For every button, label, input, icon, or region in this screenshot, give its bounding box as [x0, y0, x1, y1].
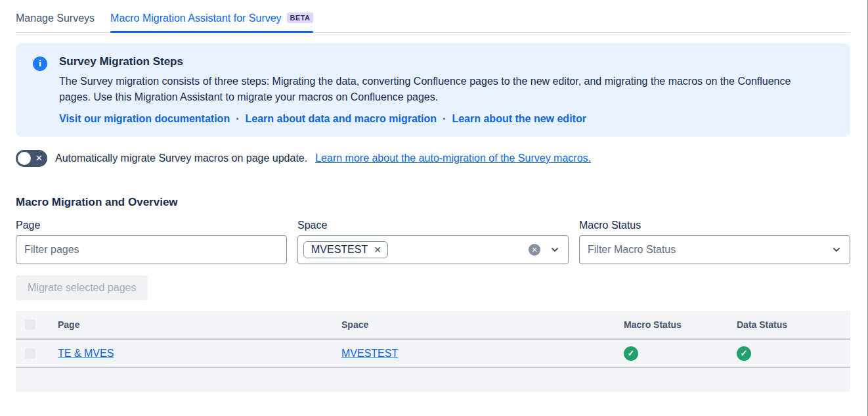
link-new-editor[interactable]: Learn about the new editor	[452, 113, 586, 124]
link-data-macro-migration[interactable]: Learn about data and macro migration	[246, 113, 437, 124]
filter-row: Page Space MVESTEST ✕ ✕ Macro Status Fil…	[16, 220, 850, 264]
space-chip: MVESTEST ✕	[303, 241, 388, 258]
beta-badge: BETA	[287, 12, 314, 23]
space-filter-select[interactable]: MVESTEST ✕ ✕	[297, 235, 569, 264]
space-chip-label: MVESTEST	[311, 244, 368, 256]
macro-status-success-icon: ✓	[624, 346, 638, 361]
row-space-cell: MVESTEST	[341, 348, 624, 359]
info-panel: i Survey Migration Steps The Survey migr…	[16, 43, 850, 137]
tab-manage-surveys-label: Manage Surveys	[16, 12, 95, 24]
row-checkbox[interactable]	[25, 348, 35, 359]
tab-macro-migration-label: Macro Migration Assistant for Survey	[110, 12, 282, 24]
info-links: Visit our migration documentation·Learn …	[59, 113, 814, 125]
page-filter-label: Page	[16, 220, 287, 231]
info-icon: i	[33, 57, 47, 71]
page-filter-input[interactable]	[16, 235, 287, 264]
header-space: Space	[341, 319, 624, 330]
tab-bar: Manage Surveys Macro Migration Assistant…	[16, 0, 850, 33]
row-data-status-cell: ✓	[737, 346, 850, 361]
row-checkbox-cell	[16, 348, 58, 359]
table-row: TE & MVES MVESTEST ✓ ✓	[16, 340, 850, 368]
migrate-selected-pages-button[interactable]: Migrate selected pages	[16, 275, 148, 300]
row-page-cell: TE & MVES	[58, 348, 341, 359]
tab-macro-migration-assistant[interactable]: Macro Migration Assistant for SurveyBETA	[110, 12, 313, 32]
header-checkbox-cell	[16, 319, 58, 330]
space-link[interactable]: MVESTEST	[341, 348, 398, 359]
select-all-checkbox[interactable]	[25, 319, 35, 330]
header-data-status: Data Status	[737, 319, 850, 330]
auto-migrate-toggle[interactable]: ✕	[16, 150, 47, 167]
page-link[interactable]: TE & MVES	[58, 348, 114, 359]
link-separator: ·	[236, 113, 239, 124]
toggle-off-x-icon: ✕	[35, 154, 43, 162]
overview-section-title: Macro Migration and Overview	[16, 196, 850, 209]
link-separator: ·	[443, 113, 446, 124]
table-header-row: Page Space Macro Status Data Status	[16, 311, 850, 340]
macro-migration-page: Manage Surveys Macro Migration Assistant…	[0, 0, 868, 416]
row-macro-status-cell: ✓	[624, 346, 737, 361]
info-body-text: The Survey migration consists of three s…	[59, 74, 814, 105]
data-status-success-icon: ✓	[737, 346, 751, 361]
migration-table: Page Space Macro Status Data Status TE &…	[16, 311, 850, 392]
macro-status-filter: Macro Status Filter Macro Status	[579, 220, 850, 264]
info-content: Survey Migration Steps The Survey migrat…	[59, 55, 814, 125]
tab-manage-surveys[interactable]: Manage Surveys	[16, 12, 95, 32]
link-migration-documentation[interactable]: Visit our migration documentation	[59, 113, 230, 124]
auto-migrate-label: Automatically migrate Survey macros on p…	[55, 152, 307, 164]
macro-status-placeholder: Filter Macro Status	[585, 244, 676, 256]
toggle-knob	[18, 152, 31, 165]
header-page: Page	[58, 319, 341, 330]
macro-status-select[interactable]: Filter Macro Status	[579, 235, 850, 264]
chip-remove-icon[interactable]: ✕	[374, 245, 381, 254]
auto-migrate-learn-more-link[interactable]: Learn more about the auto-migration of t…	[315, 152, 591, 164]
page-filter: Page	[16, 220, 287, 264]
chevron-down-icon[interactable]	[550, 244, 560, 255]
auto-migrate-row: ✕ Automatically migrate Survey macros on…	[16, 150, 850, 167]
space-filter: Space MVESTEST ✕ ✕	[297, 220, 569, 264]
header-macro-status: Macro Status	[624, 319, 737, 330]
space-filter-label: Space	[297, 220, 569, 231]
macro-status-filter-label: Macro Status	[579, 220, 850, 231]
info-title: Survey Migration Steps	[59, 55, 814, 68]
clear-all-icon[interactable]: ✕	[529, 244, 540, 256]
chevron-down-icon[interactable]	[831, 244, 842, 255]
